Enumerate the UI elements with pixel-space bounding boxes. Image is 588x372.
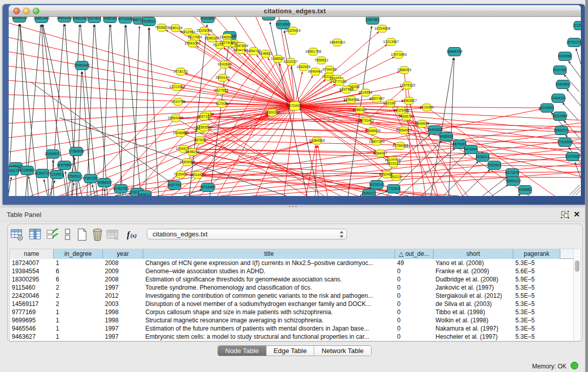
network-node-teal[interactable]: 9227342 bbox=[553, 66, 567, 75]
network-node-teal[interactable]: 10653287 bbox=[72, 17, 88, 23]
tab-node-table[interactable]: Node Table bbox=[218, 346, 267, 356]
network-node-teal[interactable]: 15692971 bbox=[553, 126, 569, 135]
network-node-yellow[interactable]: 252214 bbox=[390, 173, 402, 181]
network-node-yellow[interactable]: 1010755 bbox=[171, 98, 185, 105]
table-row[interactable]: 977716911998Corpus callosum shape and si… bbox=[10, 308, 574, 316]
network-node-yellow[interactable]: 587832 bbox=[194, 137, 206, 144]
table-row[interactable]: 1456911722003Disruption of a novel membe… bbox=[10, 300, 574, 308]
delete-table-icon[interactable] bbox=[91, 228, 104, 241]
network-node-yellow[interactable]: 62160 bbox=[385, 100, 396, 107]
network-node-teal[interactable]: 12444151 bbox=[550, 94, 566, 103]
network-node-teal[interactable]: 8938928 bbox=[439, 133, 453, 141]
new-table-icon[interactable] bbox=[76, 228, 89, 241]
network-node-teal[interactable]: 12156863 bbox=[19, 166, 35, 175]
network-node-yellow[interactable]: 8660124 bbox=[168, 25, 182, 32]
table-vertical-scrollbar[interactable] bbox=[573, 249, 581, 341]
network-node-yellow[interactable]: 9115460 bbox=[420, 104, 434, 111]
show-columns-icon[interactable] bbox=[29, 228, 42, 241]
table-row[interactable]: 946362711997Embryonic stem cells: a mode… bbox=[10, 333, 574, 341]
close-panel-icon[interactable]: ✕ bbox=[573, 210, 580, 218]
network-node-teal[interactable]: 18653167 bbox=[56, 17, 72, 23]
column-header-year[interactable]: year bbox=[103, 249, 143, 259]
float-panel-icon[interactable] bbox=[561, 211, 569, 218]
network-node-teal[interactable]: 9657791 bbox=[167, 181, 181, 190]
canvas-resize-grip[interactable] bbox=[570, 185, 580, 195]
network-node-yellow[interactable]: 10154808 bbox=[374, 25, 390, 32]
tab-network-table[interactable]: Network Table bbox=[314, 346, 371, 356]
splitter-grip[interactable] bbox=[289, 206, 299, 208]
network-node-teal[interactable]: 1214513 bbox=[50, 170, 63, 179]
network-node-teal[interactable]: 7632621 bbox=[487, 161, 501, 170]
network-window-titlebar[interactable]: citations_edges.txt bbox=[9, 5, 581, 17]
table-panel-titlebar[interactable]: Table Panel ✕ bbox=[0, 207, 585, 222]
network-node-teal[interactable]: 8813054 bbox=[262, 17, 275, 20]
network-node-teal[interactable]: 12093832 bbox=[555, 80, 571, 89]
table-row[interactable]: 911546021997Tourette syndrome. Phenomeno… bbox=[10, 283, 574, 292]
network-node-yellow[interactable]: 917006 bbox=[215, 100, 227, 107]
network-node-teal[interactable]: 8215955 bbox=[540, 104, 554, 113]
network-node-yellow[interactable]: 19166852 bbox=[172, 129, 188, 137]
network-node-yellow[interactable]: 10807487 bbox=[368, 95, 384, 102]
network-node-teal[interactable]: 11675335 bbox=[565, 152, 581, 161]
network-node-teal[interactable]: 15716485 bbox=[200, 183, 215, 192]
tab-edge-table[interactable]: Edge Table bbox=[267, 346, 315, 356]
network-node-teal[interactable]: 1733426 bbox=[386, 185, 400, 193]
network-node-teal[interactable]: 20691406 bbox=[33, 17, 49, 23]
network-node-teal[interactable]: 9474444 bbox=[464, 145, 477, 154]
network-node-teal[interactable]: 19218506 bbox=[275, 20, 291, 29]
column-header-out_de[interactable]: △ out_de... bbox=[395, 249, 433, 259]
network-node-yellow[interactable]: 6794028 bbox=[322, 66, 336, 73]
network-node-teal[interactable]: 20206570 bbox=[45, 150, 60, 159]
table-settings-icon[interactable] bbox=[11, 228, 24, 241]
network-node-teal[interactable]: 17016504 bbox=[557, 138, 573, 147]
function-builder-icon[interactable]: f (x) bbox=[126, 228, 139, 241]
network-node-teal[interactable]: 10975867 bbox=[56, 161, 72, 170]
network-node-teal[interactable]: 10719155 bbox=[117, 17, 133, 24]
network-node-yellow[interactable]: 21364436 bbox=[343, 96, 359, 103]
network-node-teal[interactable]: 9406113 bbox=[138, 191, 152, 196]
network-node-teal[interactable]: 17359938 bbox=[68, 147, 84, 156]
network-node-teal[interactable]: 9245652 bbox=[518, 186, 532, 194]
network-node-teal[interactable]: 10654112 bbox=[506, 177, 521, 186]
row-height-icon[interactable] bbox=[61, 228, 74, 241]
network-node-yellow[interactable]: 19654985 bbox=[167, 115, 183, 122]
network-node-teal[interactable]: 14055724 bbox=[11, 17, 27, 23]
network-node-yellow[interactable]: 12213967 bbox=[383, 38, 399, 46]
network-node-teal[interactable]: 3915174 bbox=[9, 167, 19, 176]
network-node-yellow[interactable]: 15226058 bbox=[196, 27, 212, 34]
network-node-yellow[interactable]: 12975115 bbox=[400, 82, 416, 89]
network-node-teal[interactable]: 16210687 bbox=[552, 112, 568, 121]
network-node-teal[interactable]: 16648784 bbox=[446, 48, 462, 56]
network-node-yellow[interactable]: 2803144 bbox=[215, 74, 229, 81]
network-node-yellow[interactable]: 3624554 bbox=[358, 89, 372, 96]
network-node-teal[interactable]: 12342737 bbox=[34, 169, 50, 178]
network-node-yellow[interactable]: 14463627 bbox=[401, 97, 417, 104]
column-header-pagerank[interactable]: pagerank bbox=[513, 249, 560, 259]
scrollbar-thumb[interactable] bbox=[575, 260, 579, 272]
network-node-yellow[interactable]: 10756928 bbox=[392, 142, 408, 149]
network-node-teal[interactable]: 6466160 bbox=[103, 17, 117, 23]
network-canvas[interactable]: 1405572420691406186531671065328715276026… bbox=[9, 17, 581, 196]
table-row[interactable]: 1830029562008Estimation of significance … bbox=[10, 275, 574, 283]
network-node-teal[interactable]: 12505115 bbox=[67, 172, 83, 181]
network-node-teal[interactable]: 15751074 bbox=[566, 38, 581, 47]
network-node-yellow[interactable]: 8990448 bbox=[308, 68, 322, 75]
network-node-teal[interactable]: 10958107 bbox=[96, 179, 112, 187]
network-node-yellow[interactable]: 7625402 bbox=[173, 171, 187, 178]
table-row[interactable]: 946554611997Estimation of the future num… bbox=[10, 324, 574, 333]
network-node-teal[interactable]: 16782759 bbox=[113, 185, 128, 193]
network-node-teal[interactable]: 7644121 bbox=[362, 189, 376, 196]
network-node-teal[interactable]: 7515524 bbox=[142, 17, 156, 26]
select-columns-icon[interactable] bbox=[46, 228, 59, 241]
network-node-yellow[interactable]: 6322037 bbox=[284, 58, 297, 65]
network-node-yellow[interactable]: 7663822 bbox=[155, 24, 168, 31]
network-table-selector[interactable]: citations_edges.txt bbox=[147, 229, 347, 239]
network-node-teal[interactable]: 2935114 bbox=[476, 153, 490, 162]
table-row[interactable]: 969969511998Structural magnetic resonanc… bbox=[10, 316, 574, 324]
network-node-teal[interactable]: 9329966 bbox=[558, 52, 572, 61]
table-header-row[interactable]: namein_degreeyeartitle△ out_de...shortpa… bbox=[10, 249, 574, 259]
network-node-teal[interactable]: 1527602 bbox=[87, 17, 101, 23]
network-node-teal[interactable]: 2087662 bbox=[365, 17, 379, 25]
network-node-yellow[interactable]: 7955812 bbox=[314, 57, 328, 64]
table-row[interactable]: 2242004622012Investigating the contribut… bbox=[10, 292, 574, 300]
